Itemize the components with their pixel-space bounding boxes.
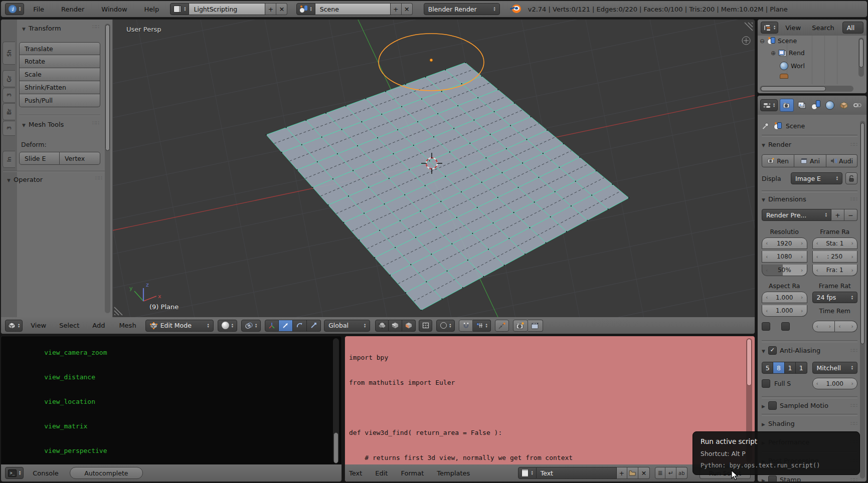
manipulator-toggle-button[interactable]: [265, 320, 279, 332]
add-preset-button[interactable]: +: [831, 209, 844, 221]
opengl-render-anim-button[interactable]: [528, 320, 543, 332]
shelf-tab-in[interactable]: In: [3, 151, 15, 168]
render-animation-button[interactable]: Ani: [794, 154, 826, 167]
viewport-canvas[interactable]: x y z: [112, 20, 755, 318]
snap-peel-button[interactable]: [495, 320, 509, 332]
pivot-point-dropdown[interactable]: [241, 320, 261, 332]
tool-shelf-scrollbar[interactable]: [105, 24, 110, 313]
display-mode-dropdown[interactable]: Image E: [791, 172, 842, 184]
sampled-motion-blur-panel-header[interactable]: Sampled Motio: [762, 401, 857, 410]
panel-grip-icon[interactable]: [95, 175, 102, 181]
aa-samples-11-button[interactable]: 1: [785, 362, 796, 374]
slide-edge-button[interactable]: Slide E: [19, 152, 60, 165]
panel-grip-icon[interactable]: [850, 476, 857, 482]
viewport-shading-dropdown[interactable]: [218, 320, 237, 332]
outliner-item-world[interactable]: Worl: [780, 62, 805, 70]
word-wrap-toggle[interactable]: ↵: [665, 467, 676, 479]
proportional-edit-dropdown[interactable]: [436, 320, 455, 332]
tab-render[interactable]: [780, 99, 794, 112]
shelf-tab-3b[interactable]: 3: [3, 121, 15, 136]
tab-world[interactable]: [824, 99, 836, 111]
expand-icon[interactable]: ⊕: [771, 50, 776, 57]
editor-type-button[interactable]: >_: [5, 467, 24, 479]
anti-aliasing-checkbox[interactable]: ✓: [768, 346, 777, 355]
open-text-button[interactable]: [627, 467, 639, 479]
scale-manipulator-button[interactable]: [307, 320, 321, 332]
time-remap-new-stepper[interactable]: [835, 321, 857, 332]
panel-grip-icon[interactable]: [850, 402, 857, 409]
edge-select-button[interactable]: [389, 320, 402, 332]
collapse-icon[interactable]: ⊖: [760, 38, 765, 45]
snap-element-dropdown[interactable]: [473, 320, 490, 332]
menu-file[interactable]: File: [33, 6, 44, 13]
stamp-panel-header[interactable]: Stamp: [762, 475, 857, 482]
outliner-vscrollbar[interactable]: [858, 38, 864, 77]
menu-console[interactable]: Console: [33, 469, 59, 477]
render-audio-button[interactable]: Audi: [826, 154, 857, 167]
scale-button[interactable]: Scale: [19, 68, 100, 81]
outliner-item-renderlayers[interactable]: ⊕ Rend: [771, 49, 805, 57]
translate-button[interactable]: Translate: [19, 42, 100, 55]
frame-start-field[interactable]: Sta: 1: [812, 237, 858, 249]
outliner-item-scene[interactable]: ⊖ Scene: [760, 37, 797, 45]
panel-grip-icon[interactable]: [92, 24, 99, 30]
pin-icon[interactable]: [762, 122, 770, 130]
menu-mesh[interactable]: Mesh: [119, 322, 136, 329]
menu-format[interactable]: Format: [401, 469, 424, 477]
add-screen-button[interactable]: +: [265, 3, 276, 15]
properties-scrollbar[interactable]: [860, 121, 865, 478]
shelf-tab-sh[interactable]: Sh: [3, 42, 15, 65]
mesh-tools-panel-header[interactable]: Mesh Tools: [22, 121, 64, 128]
render-presets-dropdown[interactable]: Render Pre...: [762, 209, 831, 221]
frame-rate-dropdown[interactable]: 24 fps: [812, 292, 858, 303]
new-text-button[interactable]: +: [617, 467, 627, 479]
snap-toggle-button[interactable]: [459, 320, 473, 332]
menu-select[interactable]: Select: [59, 322, 79, 329]
console-scrollbar[interactable]: [333, 338, 339, 462]
rotate-manipulator-button[interactable]: [293, 320, 307, 332]
add-scene-button[interactable]: +: [391, 3, 402, 15]
menu-render[interactable]: Render: [61, 6, 84, 13]
aa-samples-5-button[interactable]: 5: [762, 362, 773, 374]
panel-grip-icon[interactable]: [92, 120, 99, 126]
resolution-percentage-slider[interactable]: 50%: [762, 265, 807, 276]
vertex-slide-button[interactable]: Vertex: [60, 152, 100, 165]
shelf-tab-br[interactable]: Br: [3, 103, 15, 120]
menu-outliner-search[interactable]: Search: [812, 24, 834, 32]
push-pull-button[interactable]: Push/Pull: [19, 94, 100, 107]
unlink-text-button[interactable]: ✕: [638, 467, 650, 479]
shrink-fatten-button[interactable]: Shrink/Fatten: [19, 81, 100, 94]
render-still-button[interactable]: Ren: [762, 154, 794, 167]
tab-render-layers[interactable]: [796, 99, 808, 111]
menu-text[interactable]: Text: [349, 469, 362, 477]
syntax-highlight-toggle[interactable]: ab: [676, 467, 687, 479]
aa-filter-size-slider[interactable]: 1.000: [812, 378, 858, 389]
menu-outliner-view[interactable]: View: [785, 24, 801, 32]
editor-type-button[interactable]: [761, 22, 778, 34]
border-checkbox[interactable]: [762, 322, 770, 331]
aa-filter-dropdown[interactable]: Mitchell: [812, 362, 858, 374]
line-numbers-toggle[interactable]: ≣: [655, 467, 666, 479]
delete-scene-button[interactable]: ✕: [402, 3, 413, 15]
aspect-y-field[interactable]: 1.000: [762, 305, 807, 317]
scene-dropdown[interactable]: [296, 3, 315, 15]
editor-type-button[interactable]: [518, 467, 536, 479]
outliner-hscrollbar[interactable]: [760, 86, 853, 92]
translate-manipulator-button[interactable]: [279, 320, 293, 332]
tab-scene[interactable]: [810, 99, 822, 111]
aa-samples-8-button[interactable]: 8: [773, 362, 784, 374]
text-datablock-field[interactable]: Text: [537, 467, 617, 479]
rotate-button[interactable]: Rotate: [19, 55, 100, 68]
aa-samples-16-button[interactable]: 1: [796, 362, 807, 374]
shading-panel-header[interactable]: Shading: [762, 420, 857, 427]
time-remap-old-stepper[interactable]: [812, 321, 835, 332]
delete-screen-button[interactable]: ✕: [276, 3, 287, 15]
full-sample-checkbox[interactable]: [762, 379, 770, 388]
render-engine-dropdown[interactable]: Blender Render: [424, 3, 500, 15]
aspect-x-field[interactable]: 1.000: [762, 292, 807, 303]
menu-add[interactable]: Add: [92, 322, 105, 329]
mode-dropdown[interactable]: Edit Mode: [145, 320, 214, 332]
editor-type-button[interactable]: i: [5, 3, 24, 15]
frame-step-field[interactable]: Fra: 1: [812, 265, 858, 276]
menu-window[interactable]: Window: [101, 6, 127, 13]
